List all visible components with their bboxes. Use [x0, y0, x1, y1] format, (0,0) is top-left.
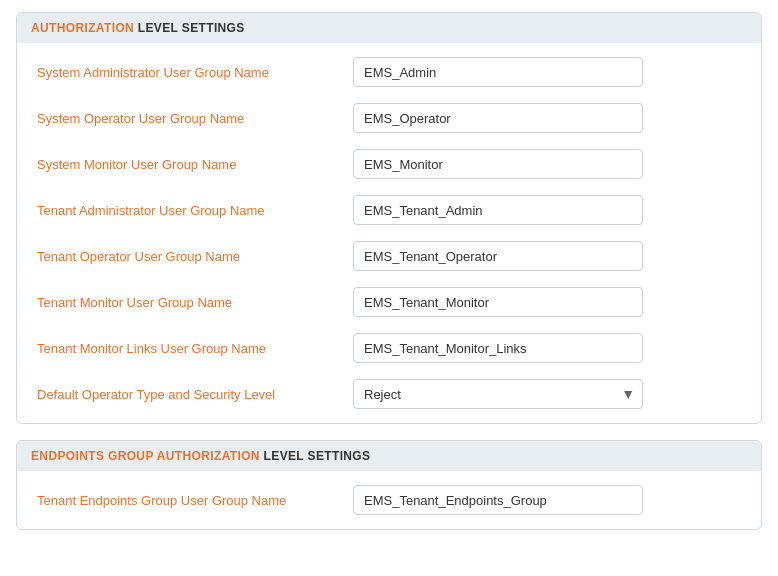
- field-label-tenant-operator-group: Tenant Operator User Group Name: [37, 249, 337, 264]
- field-row-sys-monitor-group: System Monitor User Group Name: [17, 141, 761, 187]
- section-endpoints-group-auth: ENDPOINTS GROUP AUTHORIZATION LEVEL SETT…: [16, 440, 762, 530]
- field-row-tenant-monitor-links-group: Tenant Monitor Links User Group Name: [17, 325, 761, 371]
- field-row-tenant-endpoints-group: Tenant Endpoints Group User Group Name: [17, 477, 761, 523]
- field-input-tenant-monitor-links-group[interactable]: [353, 333, 643, 363]
- page-wrapper: AUTHORIZATION LEVEL SETTINGSSystem Admin…: [0, 0, 778, 558]
- section-header-highlight: ENDPOINTS GROUP AUTHORIZATION: [31, 449, 260, 463]
- section-header-endpoints-group-auth: ENDPOINTS GROUP AUTHORIZATION LEVEL SETT…: [17, 441, 761, 471]
- field-input-tenant-operator-group[interactable]: [353, 241, 643, 271]
- field-label-sys-monitor-group: System Monitor User Group Name: [37, 157, 337, 172]
- field-label-tenant-monitor-group: Tenant Monitor User Group Name: [37, 295, 337, 310]
- section-body-endpoints-group-auth: Tenant Endpoints Group User Group Name: [17, 471, 761, 529]
- field-row-tenant-operator-group: Tenant Operator User Group Name: [17, 233, 761, 279]
- field-row-sys-admin-group: System Administrator User Group Name: [17, 49, 761, 95]
- field-input-sys-monitor-group[interactable]: [353, 149, 643, 179]
- field-row-tenant-monitor-group: Tenant Monitor User Group Name: [17, 279, 761, 325]
- field-select-default-operator-type[interactable]: RejectAllowMonitor: [353, 379, 643, 409]
- section-body-auth-level-settings: System Administrator User Group NameSyst…: [17, 43, 761, 423]
- field-select-wrapper-default-operator-type: RejectAllowMonitor▼: [353, 379, 643, 409]
- field-row-sys-operator-group: System Operator User Group Name: [17, 95, 761, 141]
- section-auth-level-settings: AUTHORIZATION LEVEL SETTINGSSystem Admin…: [16, 12, 762, 424]
- section-header-highlight: AUTHORIZATION: [31, 21, 134, 35]
- field-input-tenant-endpoints-group[interactable]: [353, 485, 643, 515]
- field-label-tenant-endpoints-group: Tenant Endpoints Group User Group Name: [37, 493, 337, 508]
- field-input-tenant-admin-group[interactable]: [353, 195, 643, 225]
- field-label-sys-admin-group: System Administrator User Group Name: [37, 65, 337, 80]
- field-input-tenant-monitor-group[interactable]: [353, 287, 643, 317]
- field-input-sys-operator-group[interactable]: [353, 103, 643, 133]
- field-label-tenant-monitor-links-group: Tenant Monitor Links User Group Name: [37, 341, 337, 356]
- field-row-tenant-admin-group: Tenant Administrator User Group Name: [17, 187, 761, 233]
- field-label-default-operator-type: Default Operator Type and Security Level: [37, 387, 337, 402]
- field-row-default-operator-type: Default Operator Type and Security Level…: [17, 371, 761, 417]
- field-label-sys-operator-group: System Operator User Group Name: [37, 111, 337, 126]
- section-header-auth-level-settings: AUTHORIZATION LEVEL SETTINGS: [17, 13, 761, 43]
- field-label-tenant-admin-group: Tenant Administrator User Group Name: [37, 203, 337, 218]
- field-input-sys-admin-group[interactable]: [353, 57, 643, 87]
